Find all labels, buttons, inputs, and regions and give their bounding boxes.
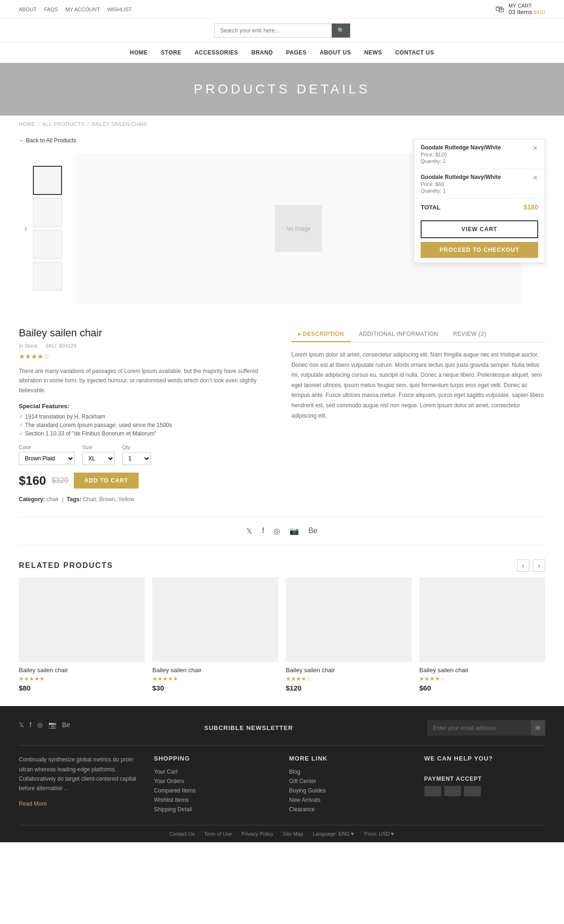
feature-2: The standard Lorem Ipsum passage, used s… <box>19 422 273 428</box>
thumbnail-3[interactable] <box>33 230 62 259</box>
cart-item-2-price: Price: $60 <box>421 181 501 187</box>
footer-instagram-icon[interactable]: 📷 <box>48 721 56 729</box>
thumbnail-2[interactable] <box>33 198 62 227</box>
product-meta: In Stock SKU: 603129 <box>19 343 273 349</box>
related-card-1[interactable]: Bailey sailen chair ★★★★★ $30 <box>152 577 278 692</box>
nav-contact-us[interactable]: CONTACT US <box>395 49 434 56</box>
nav-brand[interactable]: BRAND <box>251 49 273 56</box>
dribbble-icon[interactable]: ◎ <box>274 527 280 536</box>
breadcrumb-all-products[interactable]: ALL PRODUCTS <box>42 121 85 127</box>
related-stars-2: ★★★★☆ <box>286 676 412 682</box>
more-link-2[interactable]: Buying Guides <box>289 787 410 794</box>
related-prev-btn[interactable]: ‹ <box>517 559 529 572</box>
more-link-4[interactable]: Clearance <box>289 806 410 813</box>
related-card-2[interactable]: Bailey sailen chair ★★★★☆ $120 <box>286 577 412 692</box>
cart-items: 03 Items <box>509 8 532 16</box>
faqs-link[interactable]: FAQS <box>44 7 58 12</box>
original-price: $320 <box>52 476 69 485</box>
payment-accept: PAYMENT ACCEPT <box>424 776 546 796</box>
prev-arrow[interactable]: ‹ <box>19 221 33 235</box>
footer: 𝕏 f ◎ 📷 Be SUBCRIBLE NEWSLETTER ✉ Contin… <box>0 706 564 842</box>
add-to-cart-button[interactable]: ADD TO CART <box>74 473 138 489</box>
cart-item-2-title: Goodale Rutledge Navy/White <box>421 174 501 180</box>
breadcrumb-sep2: / <box>87 121 89 127</box>
read-more-link[interactable]: Read More <box>19 800 140 807</box>
nav-store[interactable]: STORE <box>161 49 181 56</box>
cart-total-label: TOTAL <box>421 204 440 211</box>
footer-privacy-link[interactable]: Privacy Policy <box>241 831 273 837</box>
shopping-link-4[interactable]: Shipping Detail <box>154 806 275 813</box>
nav-accessories[interactable]: ACCESSORIES <box>195 49 238 56</box>
search-button[interactable]: 🔍 <box>332 23 350 38</box>
nav-about-us[interactable]: ABOUT US <box>320 49 351 56</box>
more-link-3[interactable]: New Arrivals <box>289 797 410 803</box>
shopping-link-1[interactable]: Your Orders <box>154 778 275 784</box>
cart-item-1-info: Goodale Rutledge Navy/White Price: $120 … <box>421 144 501 164</box>
current-price: $160 <box>19 474 46 488</box>
twitter-icon[interactable]: 𝕏 <box>246 527 252 536</box>
related-title: RELATED PRODUCTS <box>19 561 113 570</box>
qty-option: Qty 1 2 3 <box>122 444 151 465</box>
shopping-link-3[interactable]: Wishlist Items <box>154 797 275 803</box>
my-account-link[interactable]: MY ACCOUNT <box>65 7 100 12</box>
tab-additional-info[interactable]: ADDITIONAL INFORMATION <box>352 327 445 341</box>
qty-select[interactable]: 1 2 3 <box>122 452 151 465</box>
wishlist-link[interactable]: WISHLIST <box>107 7 132 12</box>
cart-total: $410 <box>534 9 545 15</box>
size-label: Size <box>82 444 115 450</box>
footer-language-link[interactable]: Language: ENG▼ <box>313 831 355 837</box>
cart-item-1-price: Price: $120 <box>421 152 501 157</box>
nav-news[interactable]: NEWS <box>364 49 382 56</box>
thumbnail-4[interactable] <box>33 262 62 291</box>
instagram-icon[interactable]: 📷 <box>290 527 299 536</box>
tab-description[interactable]: ▸ DESCRIPTION <box>291 327 351 342</box>
thumbnail-1[interactable] <box>33 166 62 195</box>
related-card-0[interactable]: Bailey sailen chair ★★★★★ $80 <box>19 577 145 692</box>
related-next-btn[interactable]: › <box>533 559 545 572</box>
product-description: There are many variations of passages of… <box>19 366 273 395</box>
footer-twitter-icon[interactable]: 𝕏 <box>19 721 24 729</box>
feature-1: 1914 translation by H. Rackham <box>19 413 273 420</box>
cart-item-1-close[interactable]: ✕ <box>533 144 538 152</box>
tab-review[interactable]: REVIEW (2) <box>446 327 493 341</box>
view-cart-button[interactable]: VIEW CART <box>421 220 538 238</box>
nav-home[interactable]: HOME <box>130 49 148 56</box>
related-card-3[interactable]: Bailey sailen chair ★★★★☆ $60 <box>419 577 545 692</box>
more-link-0[interactable]: Blog <box>289 769 410 775</box>
footer-terms-link[interactable]: Term of Use <box>204 831 232 837</box>
footer-dribbble-icon[interactable]: ◎ <box>37 721 43 729</box>
svg-text:No Image: No Image <box>286 225 311 232</box>
newsletter-input[interactable] <box>427 720 531 736</box>
behance-icon[interactable]: Be <box>308 527 318 536</box>
page-title: PRODUCTS DETAILS <box>19 82 545 97</box>
footer-sitemap-link[interactable]: Site Map <box>283 831 303 837</box>
related-price-1: $30 <box>152 684 278 692</box>
related-stars-3: ★★★★☆ <box>419 676 545 682</box>
tags-label: Tags: <box>67 496 81 503</box>
about-link[interactable]: ABOUT <box>19 7 37 12</box>
cart-info: MY CART 03 Items $410 <box>509 3 545 16</box>
newsletter-submit[interactable]: ✉ <box>531 720 545 736</box>
breadcrumb-home[interactable]: HOME <box>19 121 35 127</box>
cart-area[interactable]: 🛍 MY CART 03 Items $410 <box>495 3 545 16</box>
footer-contact-link[interactable]: Contact Us <box>169 831 195 837</box>
cart-item-1: Goodale Rutledge Navy/White Price: $120 … <box>414 140 545 169</box>
shopping-link-2[interactable]: Compared Items <box>154 787 275 794</box>
category-value: chair <box>47 496 59 503</box>
related-name-0: Bailey sailen chair <box>19 667 145 674</box>
back-to-products-link[interactable]: Back to All Products <box>19 137 76 144</box>
facebook-icon[interactable]: f <box>262 527 264 536</box>
shopping-link-0[interactable]: Your Cart <box>154 769 275 775</box>
nav-pages[interactable]: PAGES <box>286 49 307 56</box>
more-link-1[interactable]: Gift Center <box>289 778 410 784</box>
proceed-checkout-button[interactable]: PROCEED TO CHECKOUT <box>421 242 538 258</box>
related-stars-0: ★★★★★ <box>19 676 145 682</box>
footer-behance-icon[interactable]: Be <box>62 721 70 729</box>
search-input[interactable] <box>214 23 332 38</box>
footer-facebook-icon[interactable]: f <box>30 721 31 729</box>
footer-price-link[interactable]: Price: USD▼ <box>364 831 395 837</box>
color-select[interactable]: Brown Plaid White Black <box>19 452 75 465</box>
size-select[interactable]: XL L M S <box>82 452 115 465</box>
cart-item-2-close[interactable]: ✕ <box>533 174 538 181</box>
footer-about-col: Continually synthesize global metrics do… <box>19 755 140 815</box>
